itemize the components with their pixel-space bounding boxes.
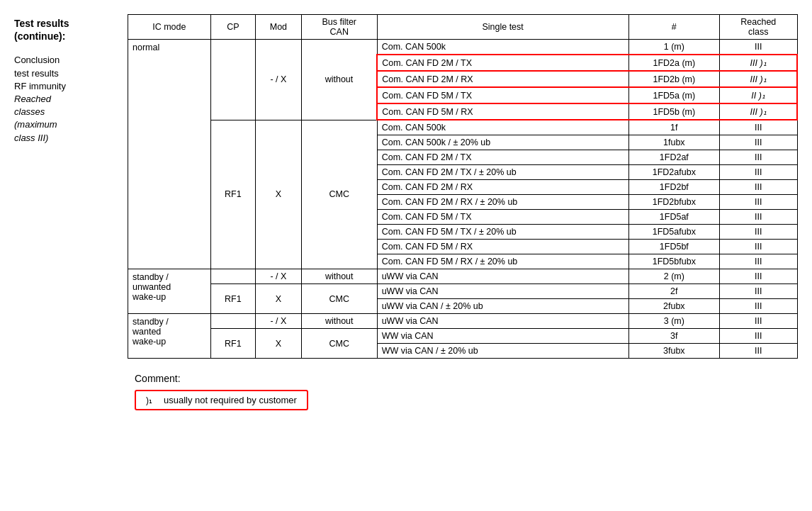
cell-class: II )₁ xyxy=(720,87,797,103)
cell-class: III )₁ xyxy=(720,71,797,87)
conclusion-text: Conclusion test results RF immunity Reac… xyxy=(14,54,119,144)
cell-num: 1 (m) xyxy=(628,40,720,55)
cell-num: 1FD5bf xyxy=(628,240,720,254)
cell-single-test: Com. CAN FD 5M / RX xyxy=(377,103,628,120)
results-table: IC mode CP Mod Bus filterCAN Single test… xyxy=(128,14,798,359)
reached-label: Reached xyxy=(14,94,51,104)
conclusion-line3: RF immunity xyxy=(14,81,66,91)
classes-label: classes xyxy=(14,106,45,117)
comment-box: )₁ usually not required by customer xyxy=(135,390,308,410)
cell-mod: X xyxy=(256,329,302,359)
cell-class: III xyxy=(720,40,797,55)
col-header-bus-filter: Bus filterCAN xyxy=(301,15,377,40)
cell-bus: CMC xyxy=(301,120,377,269)
comment-label: Comment: xyxy=(135,373,798,384)
cell-single-test: Com. CAN 500k xyxy=(377,120,628,135)
table-row: RF1XCMCuWW via CAN2fIII xyxy=(128,284,798,299)
cell-bus: CMC xyxy=(301,329,377,359)
cell-num: 1FD2a (m) xyxy=(628,55,720,71)
cell-class: III xyxy=(720,195,797,210)
cell-class: III xyxy=(720,210,797,225)
cell-single-test: Com. CAN FD 2M / TX / ± 20% ub xyxy=(377,165,628,180)
cell-num: 3f xyxy=(628,329,720,344)
cell-num: 1FD5bfubx xyxy=(628,254,720,269)
cell-cp xyxy=(210,269,256,284)
cell-bus: CMC xyxy=(301,284,377,314)
cell-class: III xyxy=(720,225,797,240)
cell-single-test: Com. CAN FD 2M / TX xyxy=(377,150,628,165)
right-panel: IC mode CP Mod Bus filterCAN Single test… xyxy=(128,14,798,410)
col-header-reached-class: Reachedclass xyxy=(720,15,797,40)
cell-class: III xyxy=(720,344,797,359)
cell-class: III xyxy=(720,329,797,344)
conclusion-line2: test results xyxy=(14,68,59,79)
cell-class: III xyxy=(720,120,797,135)
cell-mod: - / X xyxy=(256,40,302,120)
cell-num: 3fubx xyxy=(628,344,720,359)
cell-class: III xyxy=(720,299,797,314)
cell-num: 1FD5afubx xyxy=(628,225,720,240)
cell-mod: X xyxy=(256,284,302,314)
cell-class: III xyxy=(720,314,797,329)
cell-num: 1FD2b (m) xyxy=(628,71,720,87)
table-row: standby / unwanted wake-up- / XwithoutuW… xyxy=(128,269,798,284)
cell-num: 1FD2afubx xyxy=(628,165,720,180)
cell-class: III )₁ xyxy=(720,55,797,71)
comment-section: Comment: )₁ usually not required by cust… xyxy=(128,373,798,410)
cell-single-test: Com. CAN FD 2M / RX xyxy=(377,71,628,87)
page-title: Test results (continue): xyxy=(14,17,119,43)
col-header-ic-mode: IC mode xyxy=(128,15,211,40)
comment-sub1: )₁ xyxy=(146,395,152,405)
cell-mod: X xyxy=(256,120,302,269)
comment-description: usually not required by customer xyxy=(164,395,297,405)
cell-single-test: uWW via CAN xyxy=(377,314,628,329)
cell-num: 1FD5af xyxy=(628,210,720,225)
cell-cp xyxy=(210,40,256,120)
cell-ic-mode: standby / unwanted wake-up xyxy=(128,269,211,314)
cell-num: 2fubx xyxy=(628,299,720,314)
cell-class: III xyxy=(720,269,797,284)
cell-single-test: uWW via CAN xyxy=(377,269,628,284)
cell-bus: without xyxy=(301,314,377,329)
cell-num: 1FD2af xyxy=(628,150,720,165)
cell-class: III xyxy=(720,254,797,269)
cell-single-test: Com. CAN FD 5M / TX / ± 20% ub xyxy=(377,225,628,240)
cell-num: 2f xyxy=(628,284,720,299)
cell-num: 1f xyxy=(628,120,720,135)
cell-single-test: WW via CAN / ± 20% ub xyxy=(377,344,628,359)
cell-single-test: Com. CAN FD 2M / TX xyxy=(377,55,628,71)
cell-cp xyxy=(210,314,256,329)
cell-single-test: Com. CAN FD 2M / RX xyxy=(377,180,628,195)
cell-single-test: uWW via CAN / ± 20% ub xyxy=(377,299,628,314)
table-row: standby / wanted wake-up- / XwithoutuWW … xyxy=(128,314,798,329)
cell-class: III xyxy=(720,240,797,254)
cell-num: 1FD5a (m) xyxy=(628,87,720,103)
cell-num: 2 (m) xyxy=(628,269,720,284)
conclusion-line1: Conclusion xyxy=(14,55,60,65)
cell-num: 1fubx xyxy=(628,135,720,150)
cell-class: III xyxy=(720,165,797,180)
cell-mod: - / X xyxy=(256,314,302,329)
col-header-mod: Mod xyxy=(256,15,302,40)
table-row: RF1XCMCWW via CAN3fIII xyxy=(128,329,798,344)
cell-single-test: Com. CAN FD 5M / RX xyxy=(377,240,628,254)
left-panel: Test results (continue): Conclusion test… xyxy=(14,14,128,410)
cell-num: 1FD2bfubx xyxy=(628,195,720,210)
cell-single-test: WW via CAN xyxy=(377,329,628,344)
max-label: (maximum xyxy=(14,119,57,130)
cell-single-test: Com. CAN 500k / ± 20% ub xyxy=(377,135,628,150)
col-header-single-test: Single test xyxy=(377,15,628,40)
cell-single-test: uWW via CAN xyxy=(377,284,628,299)
col-header-cp: CP xyxy=(210,15,256,40)
table-header-row: IC mode CP Mod Bus filterCAN Single test… xyxy=(128,15,798,40)
cell-class: III xyxy=(720,150,797,165)
cell-mod: - / X xyxy=(256,269,302,284)
table-row: normal- / XwithoutCom. CAN 500k1 (m)III xyxy=(128,40,798,55)
col-header-num: # xyxy=(628,15,720,40)
class-label: class III) xyxy=(14,133,48,143)
cell-single-test: Com. CAN FD 5M / TX xyxy=(377,210,628,225)
cell-class: III xyxy=(720,284,797,299)
cell-class: III )₁ xyxy=(720,103,797,120)
page-wrapper: Test results (continue): Conclusion test… xyxy=(14,14,798,410)
table-row: RF1XCMCCom. CAN 500k1fIII xyxy=(128,120,798,135)
